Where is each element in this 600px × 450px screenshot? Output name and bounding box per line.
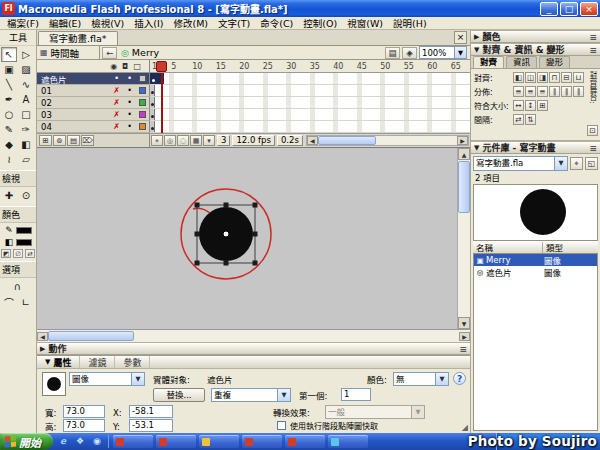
frames-row[interactable] bbox=[150, 109, 470, 121]
taskbar-window-button-2[interactable] bbox=[156, 435, 196, 448]
edit-multiple-frames-button[interactable]: ▦ bbox=[190, 135, 202, 146]
layer-row-mask[interactable]: 遮色片 • • bbox=[37, 73, 150, 85]
current-symbol-name[interactable]: Merry bbox=[132, 47, 159, 58]
no-color-button[interactable]: ∅ bbox=[13, 249, 23, 258]
quick-launch-ie-icon[interactable]: e bbox=[56, 435, 70, 448]
height-input[interactable]: 73.0 bbox=[63, 419, 105, 432]
menu-file[interactable]: 檔案(F) bbox=[2, 16, 44, 30]
layer-lock-icon[interactable]: • bbox=[123, 122, 136, 131]
vertical-scroll-thumb[interactable] bbox=[458, 161, 470, 213]
runtime-bitmap-cache-checkbox[interactable] bbox=[277, 421, 286, 430]
menu-modify[interactable]: 修改(M) bbox=[168, 16, 213, 30]
transform-center-point[interactable] bbox=[223, 231, 229, 237]
align-middle-v-button[interactable]: ⊟ bbox=[561, 72, 572, 83]
library-document-value[interactable]: 寫字動畫.fla bbox=[473, 156, 555, 171]
text-tool[interactable]: A bbox=[18, 92, 34, 107]
brush-tool[interactable]: ✑ bbox=[18, 122, 34, 137]
eyedropper-tool[interactable]: ≀ bbox=[1, 152, 17, 167]
x-input[interactable]: -58.1 bbox=[129, 405, 173, 418]
scroll-right-icon[interactable]: ▶ bbox=[457, 136, 468, 145]
zoom-control[interactable]: 100% ▼ bbox=[419, 46, 467, 59]
keyframe[interactable] bbox=[150, 121, 155, 132]
match-height-button[interactable]: ↕ bbox=[525, 100, 536, 111]
distribute-top-button[interactable]: ≡ bbox=[513, 86, 524, 97]
panel-expand-icon[interactable]: ◢ bbox=[462, 423, 468, 432]
library-collapse-icon[interactable]: ▼ bbox=[474, 144, 479, 152]
align-right-button[interactable]: ◨ bbox=[537, 72, 548, 83]
center-frame-button[interactable]: ⌖ bbox=[151, 135, 163, 146]
snap-to-objects-button[interactable]: ∩ bbox=[10, 279, 26, 294]
dropdown-arrow-icon[interactable]: ▼ bbox=[132, 372, 145, 386]
horizontal-scrollbar[interactable]: ◀ ▶ bbox=[37, 329, 470, 342]
edit-symbol-button[interactable]: ◈ bbox=[402, 47, 417, 59]
quick-launch-show-desktop-icon[interactable]: ❖ bbox=[73, 435, 87, 448]
keyframe[interactable] bbox=[150, 97, 155, 108]
loop-value[interactable]: 重複 bbox=[211, 388, 278, 402]
stage-artwork[interactable] bbox=[164, 172, 288, 296]
layer-lock-icon[interactable]: • bbox=[123, 86, 136, 95]
scroll-right-icon[interactable]: ▶ bbox=[459, 332, 470, 341]
zoom-tool[interactable]: ⊙ bbox=[18, 188, 34, 203]
align-info-transform-header[interactable]: ▼ 對齊 & 資訊 & 變形 ≡ bbox=[471, 43, 600, 56]
timeline-scrollbar[interactable]: ◀ ▶ bbox=[306, 135, 469, 146]
symbol-behavior-dropdown[interactable]: 圖像 ▼ bbox=[69, 372, 145, 386]
tab-properties[interactable]: ▼ 屬性 bbox=[37, 356, 80, 368]
keyframe[interactable] bbox=[150, 109, 155, 120]
timeline-toggle[interactable]: ▦ 時間軸 bbox=[37, 46, 100, 59]
taskbar-window-button-3[interactable] bbox=[199, 435, 239, 448]
rectangle-tool[interactable]: □ bbox=[18, 107, 34, 122]
menu-edit[interactable]: 編輯(E) bbox=[44, 16, 86, 30]
add-motion-guide-button[interactable]: ⊚ bbox=[53, 135, 66, 146]
quick-launch-media-icon[interactable]: ◉ bbox=[90, 435, 104, 448]
menu-control[interactable]: 控制(O) bbox=[298, 16, 342, 30]
align-bottom-button[interactable]: ⊔ bbox=[573, 72, 584, 83]
onion-skin-outlines-button[interactable]: ◌ bbox=[177, 135, 189, 146]
tab-filters[interactable]: 濾鏡 bbox=[80, 356, 115, 368]
distribute-vcenter-button[interactable]: ≡ bbox=[525, 86, 536, 97]
distribute-hcenter-button[interactable]: ∥ bbox=[561, 86, 572, 97]
gradient-transform-tool[interactable]: ▨ bbox=[18, 62, 34, 77]
layer-visibility-icon[interactable]: ✗ bbox=[110, 122, 123, 131]
modify-onion-markers-button[interactable]: ▾ bbox=[203, 135, 215, 146]
color-effect-value[interactable]: 無 bbox=[393, 372, 436, 386]
paint-bucket-tool[interactable]: ◧ bbox=[18, 137, 34, 152]
symbol-behavior-value[interactable]: 圖像 bbox=[69, 372, 132, 386]
onion-skin-button[interactable]: ◎ bbox=[164, 135, 176, 146]
dropdown-arrow-icon[interactable]: ▼ bbox=[436, 372, 449, 386]
document-close-button[interactable]: × bbox=[454, 31, 467, 44]
layer-row-02[interactable]: 02 ✗ • bbox=[37, 97, 150, 109]
layer-outline-swatch[interactable] bbox=[139, 111, 146, 118]
library-column-name[interactable]: 名稱 bbox=[473, 242, 543, 253]
menu-insert[interactable]: 插入(I) bbox=[129, 16, 168, 30]
menu-help[interactable]: 說明(H) bbox=[388, 16, 432, 30]
library-panel-header[interactable]: ▼ 元件庫 - 寫字動畫 ≡ bbox=[471, 141, 600, 154]
color-panel-header[interactable]: ▶ 顏色 ≡ bbox=[471, 30, 600, 43]
scroll-down-icon[interactable]: ▼ bbox=[458, 317, 470, 329]
zoom-dropdown-arrow-icon[interactable]: ▼ bbox=[455, 46, 467, 59]
delete-layer-button[interactable]: ⌦ bbox=[81, 135, 94, 146]
edit-scene-button[interactable]: ▤ bbox=[385, 47, 400, 59]
scroll-left-icon[interactable]: ◀ bbox=[37, 332, 48, 341]
selection-tool[interactable]: ↖ bbox=[1, 47, 17, 62]
layer-outline-swatch[interactable] bbox=[139, 123, 146, 130]
pencil-tool[interactable]: ✎ bbox=[1, 122, 17, 137]
space-vertical-button[interactable]: ⇅ bbox=[525, 114, 536, 125]
match-both-button[interactable]: ⊞ bbox=[537, 100, 548, 111]
help-icon[interactable]: ? bbox=[453, 372, 466, 385]
restore-button[interactable]: □ bbox=[560, 2, 578, 16]
layer-outline-swatch[interactable] bbox=[139, 75, 146, 82]
vertical-scrollbar[interactable]: ▲ ▼ bbox=[457, 148, 470, 329]
tab-parameters[interactable]: 參數 bbox=[115, 356, 150, 368]
layer-lock-icon[interactable]: • bbox=[123, 110, 136, 119]
tab-info[interactable]: 資訊 bbox=[506, 56, 537, 68]
to-stage-toggle[interactable]: ⊡ bbox=[587, 125, 598, 136]
oval-tool[interactable]: ○ bbox=[1, 107, 17, 122]
library-panel-menu-icon[interactable]: ≡ bbox=[589, 143, 597, 153]
actions-panel-header[interactable]: ▶ 動作 ≡ bbox=[37, 342, 470, 355]
menu-commands[interactable]: 命令(C) bbox=[255, 16, 298, 30]
library-new-window-button[interactable]: ◱ bbox=[585, 157, 598, 170]
timeline-ruler[interactable]: 1 5 10 15 20 25 30 35 40 45 50 55 60 65 bbox=[150, 60, 470, 73]
free-transform-tool[interactable]: ▣ bbox=[1, 62, 17, 77]
align-panel-collapse-icon[interactable]: ▼ bbox=[474, 46, 479, 54]
library-column-type[interactable]: 類型 bbox=[543, 242, 598, 253]
